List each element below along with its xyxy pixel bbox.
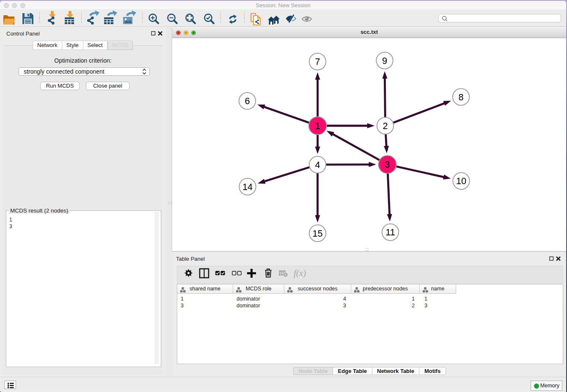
svg-text:10: 10 <box>456 176 466 186</box>
svg-text:6: 6 <box>245 96 250 106</box>
svg-text:15: 15 <box>313 229 323 239</box>
svg-text:2: 2 <box>383 121 388 131</box>
svg-text:4: 4 <box>315 160 320 170</box>
svg-text:1: 1 <box>315 121 320 131</box>
svg-text:9: 9 <box>382 56 387 66</box>
svg-text:8: 8 <box>459 92 464 102</box>
svg-text:3: 3 <box>385 160 390 170</box>
svg-text:f(x): f(x) <box>294 268 306 278</box>
svg-text:11: 11 <box>385 227 395 237</box>
svg-text:14: 14 <box>242 182 253 192</box>
svg-text:7: 7 <box>315 57 320 67</box>
